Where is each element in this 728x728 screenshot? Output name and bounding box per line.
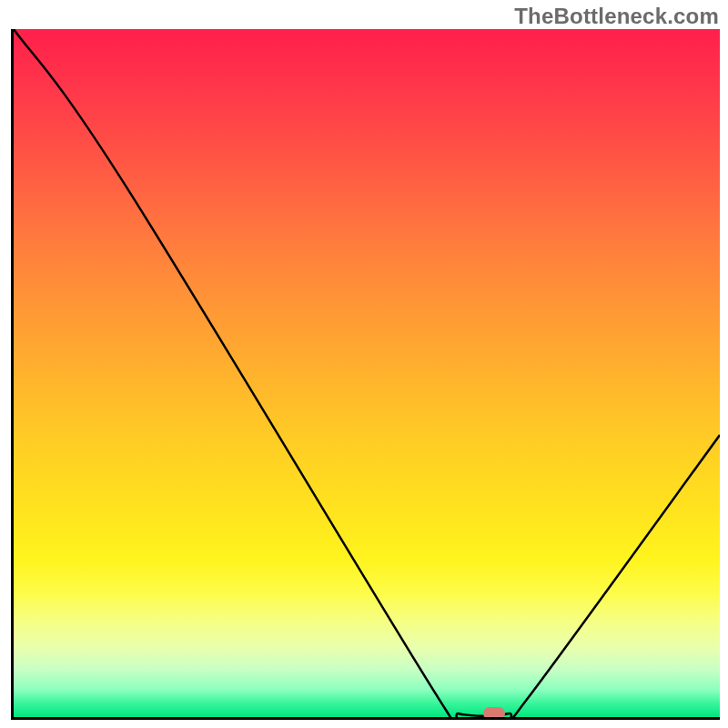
chart-container: TheBottleneck.com xyxy=(0,0,728,728)
optimal-point-marker xyxy=(483,707,505,720)
watermark-text: TheBottleneck.com xyxy=(514,4,719,29)
bottleneck-curve xyxy=(14,29,720,717)
plot-area xyxy=(11,29,720,720)
